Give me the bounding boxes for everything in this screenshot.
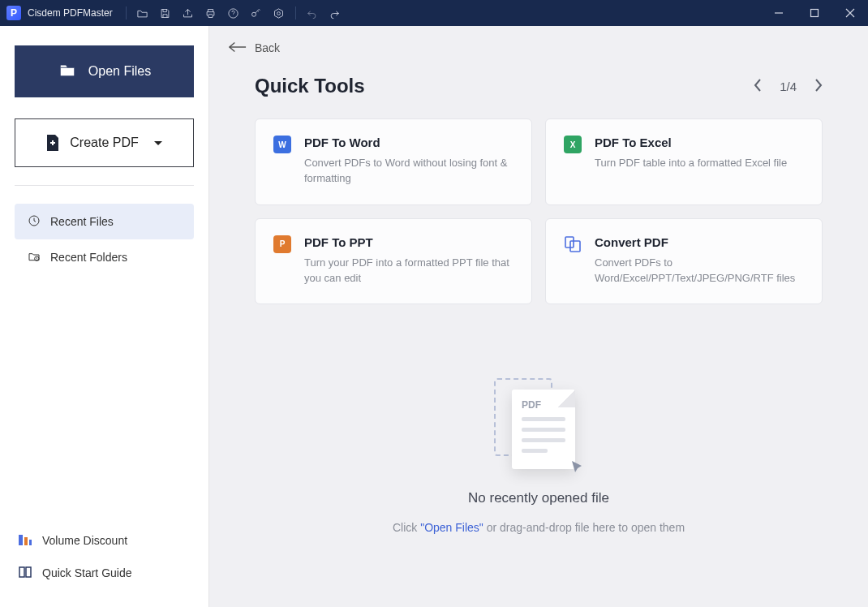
svg-point-2 bbox=[277, 11, 281, 15]
dropzone-hint: Click "Open Files" or drag-and-drop file… bbox=[393, 521, 685, 534]
card-desc: Convert PDFs to Word without losing font… bbox=[304, 156, 513, 187]
undo-icon[interactable] bbox=[301, 0, 324, 26]
prev-page-button[interactable] bbox=[754, 79, 762, 94]
pdf-drop-illustration-icon: PDF bbox=[494, 378, 583, 476]
sidebar-item-recent-files[interactable]: Recent Files bbox=[15, 204, 194, 239]
back-button[interactable]: Back bbox=[209, 26, 868, 70]
quick-start-link[interactable]: Quick Start Guide bbox=[15, 557, 194, 589]
svg-point-1 bbox=[252, 12, 256, 16]
word-icon: W bbox=[273, 136, 291, 153]
page-title: Quick Tools bbox=[255, 75, 365, 97]
book-icon bbox=[18, 565, 32, 582]
svg-rect-11 bbox=[565, 237, 574, 248]
separator-icon bbox=[295, 6, 296, 19]
card-desc: Turn your PDF into a formatted PPT file … bbox=[304, 256, 513, 286]
tool-card-pdf-to-word[interactable]: W PDF To Word Convert PDFs to Word witho… bbox=[255, 118, 532, 205]
main-area: Back Quick Tools 1/4 W PDF To Word Conve… bbox=[209, 26, 868, 607]
help-icon[interactable] bbox=[222, 0, 245, 26]
chevron-down-icon bbox=[153, 136, 163, 150]
divider-icon bbox=[15, 185, 194, 186]
tool-card-convert-pdf[interactable]: Convert PDF Convert PDFs to Word/Excel/P… bbox=[545, 218, 823, 305]
app-logo: P bbox=[6, 6, 21, 20]
print-icon[interactable] bbox=[200, 0, 222, 26]
pager-text: 1/4 bbox=[780, 80, 797, 93]
svg-rect-8 bbox=[19, 535, 23, 545]
convert-icon bbox=[564, 235, 582, 253]
sidebar: Open Files Create PDF Recent Files Recen… bbox=[0, 26, 209, 607]
svg-rect-9 bbox=[24, 537, 28, 545]
back-label: Back bbox=[255, 41, 280, 54]
card-title: PDF To PPT bbox=[304, 235, 513, 249]
excel-icon: X bbox=[564, 136, 582, 153]
open-icon[interactable] bbox=[131, 0, 154, 26]
arrow-left-icon bbox=[229, 41, 247, 55]
settings-icon[interactable] bbox=[268, 0, 290, 26]
titlebar-tools bbox=[121, 0, 346, 26]
app-title: Cisdem PDFMaster bbox=[28, 7, 113, 19]
separator-icon bbox=[126, 6, 127, 19]
card-title: Convert PDF bbox=[595, 235, 804, 249]
close-icon[interactable] bbox=[832, 0, 868, 26]
minimize-icon[interactable] bbox=[761, 0, 797, 26]
create-pdf-icon bbox=[45, 134, 60, 152]
share-icon[interactable] bbox=[177, 0, 200, 26]
recent-folders-label: Recent Folders bbox=[50, 251, 127, 264]
key-icon[interactable] bbox=[245, 0, 268, 26]
card-desc: Convert PDFs to Word/Excel/PPT/Text/JPEG… bbox=[595, 256, 804, 286]
create-pdf-label: Create PDF bbox=[70, 136, 138, 150]
tool-card-pdf-to-excel[interactable]: X PDF To Excel Turn PDF table into a for… bbox=[545, 118, 823, 205]
dropzone-title: No recently opened file bbox=[468, 490, 609, 506]
card-title: PDF To Excel bbox=[595, 136, 787, 149]
clock-icon bbox=[28, 214, 41, 230]
redo-icon[interactable] bbox=[324, 0, 346, 26]
svg-rect-3 bbox=[811, 10, 819, 17]
folder-clock-icon bbox=[28, 250, 41, 265]
dropzone[interactable]: PDF No recently opened file Click "Open … bbox=[209, 304, 868, 607]
volume-discount-icon bbox=[18, 532, 32, 549]
pager: 1/4 bbox=[754, 79, 823, 94]
recent-files-label: Recent Files bbox=[50, 215, 114, 228]
open-files-button[interactable]: Open Files bbox=[15, 45, 194, 97]
create-pdf-button[interactable]: Create PDF bbox=[15, 118, 194, 167]
ppt-icon: P bbox=[273, 235, 291, 253]
maximize-icon[interactable] bbox=[797, 0, 832, 26]
volume-discount-label: Volume Discount bbox=[42, 534, 127, 547]
sidebar-item-recent-folders[interactable]: Recent Folders bbox=[15, 239, 194, 275]
save-icon[interactable] bbox=[154, 0, 177, 26]
folder-open-icon bbox=[58, 61, 77, 82]
open-files-link[interactable]: "Open Files" bbox=[420, 521, 483, 534]
card-title: PDF To Word bbox=[304, 136, 513, 149]
card-desc: Turn PDF table into a formatted Excel fi… bbox=[595, 156, 787, 171]
svg-rect-10 bbox=[29, 540, 32, 545]
quick-start-label: Quick Start Guide bbox=[42, 566, 132, 579]
titlebar: P Cisdem PDFMaster bbox=[0, 0, 868, 26]
next-page-button[interactable] bbox=[814, 79, 823, 94]
svg-rect-5 bbox=[52, 140, 54, 145]
volume-discount-link[interactable]: Volume Discount bbox=[15, 524, 194, 557]
tool-card-pdf-to-ppt[interactable]: P PDF To PPT Turn your PDF into a format… bbox=[255, 218, 532, 305]
svg-rect-12 bbox=[570, 241, 580, 252]
open-files-label: Open Files bbox=[88, 64, 151, 79]
